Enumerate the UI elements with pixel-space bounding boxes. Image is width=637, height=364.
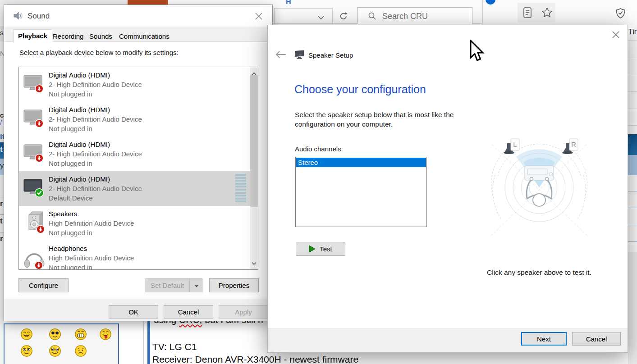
scrollbar-thumb[interactable]: [250, 75, 258, 207]
popup-left-border: [274, 8, 275, 23]
configure-button[interactable]: Configure: [18, 278, 69, 292]
audio-channels-label: Audio channels:: [295, 145, 343, 153]
emoticon-panel: [4, 323, 119, 364]
tab-sounds[interactable]: Sounds: [85, 31, 116, 42]
apply-button[interactable]: Apply: [219, 305, 268, 318]
cancel-button[interactable]: Cancel: [572, 332, 621, 346]
device-list-scrollbar[interactable]: [250, 67, 258, 269]
tv-icon: [23, 142, 46, 167]
scroll-down-icon[interactable]: [252, 259, 257, 267]
quote-bar: [147, 315, 150, 364]
cancel-button[interactable]: Cancel: [164, 305, 213, 318]
search-icon: [368, 12, 377, 23]
next-button[interactable]: Next: [521, 332, 567, 346]
search-box[interactable]: [357, 7, 472, 24]
speaker-setup-description: Select the speaker setup below that is m…: [295, 110, 461, 129]
tab-communications[interactable]: Communications: [115, 31, 174, 42]
emoticon-love[interactable]: [20, 345, 33, 357]
speaker-setup-title: Speaker Setup: [308, 51, 353, 59]
speaker-setup-dialog: Speaker Setup Choose your configuration …: [267, 25, 628, 353]
device-row-digital-audio-default[interactable]: Digital Audio (HDMI) 2- High Definition …: [19, 171, 251, 206]
emoticon-big-grin[interactable]: [74, 328, 87, 341]
emoticon-tongue-out[interactable]: [99, 328, 112, 341]
properties-button[interactable]: Properties: [209, 278, 259, 292]
close-icon[interactable]: [612, 31, 620, 41]
device-row-digital-audio-1[interactable]: Digital Audio (HDMI) 2- High Definition …: [19, 67, 251, 102]
headphones-icon: [23, 245, 46, 270]
post-box-border: [143, 321, 144, 364]
search-input[interactable]: [381, 9, 469, 23]
signature-receiver-line: Receiver: Denon AVR-X3400H - newest firm…: [152, 354, 358, 364]
refresh-icon[interactable]: [339, 12, 348, 23]
tv-dark-icon: [23, 177, 46, 202]
screen: H s N c / it t y r t: [0, 0, 637, 364]
level-meter: [235, 174, 246, 203]
chevron-down-icon[interactable]: [318, 14, 324, 22]
playback-device-list: Digital Audio (HDMI) 2- High Definition …: [18, 67, 258, 270]
emoticon-cool[interactable]: [49, 328, 61, 341]
partial-heading-letter: H: [286, 0, 291, 6]
popup-right-border: [482, 0, 483, 23]
tv-icon: [23, 73, 46, 98]
ok-button[interactable]: OK: [109, 305, 158, 318]
set-default-dropdown-button[interactable]: [189, 278, 203, 292]
combo-top-border: [274, 8, 332, 9]
device-row-digital-audio-3[interactable]: Digital Audio (HDMI) 2- High Definition …: [19, 136, 251, 171]
signature-tv-line: TV: LG C1: [152, 341, 197, 352]
star-icon[interactable]: [541, 7, 553, 20]
right-table-selected-row: [628, 134, 637, 155]
device-row-headphones[interactable]: Headphones High Definition Audio Device …: [19, 241, 251, 270]
left-speaker-label: L: [513, 141, 517, 148]
mouse-cursor: [470, 40, 488, 65]
sound-dialog-title: Sound: [27, 12, 50, 21]
tab-playback[interactable]: Playback: [13, 29, 52, 43]
test-button[interactable]: Test: [296, 242, 345, 256]
shield-check-icon[interactable]: [615, 8, 626, 21]
reader-mode-icon[interactable]: [523, 7, 532, 20]
speaker-box-icon: [23, 210, 47, 237]
speaker-setup-heading: Choose your configuration: [294, 83, 426, 96]
dropdown-arrow-icon: [194, 282, 199, 289]
right-speaker-label: R: [571, 141, 576, 148]
sound-dialog: Sound Playback Recording Sounds Communic…: [4, 5, 273, 321]
back-arrow-icon[interactable]: [275, 50, 287, 60]
emoticon-sad[interactable]: [74, 345, 87, 357]
device-row-digital-audio-2[interactable]: Digital Audio (HDMI) 2- High Definition …: [19, 102, 251, 136]
orange-fragment: [128, 0, 168, 5]
speaker-test-hint: Click any speaker above to test it.: [484, 268, 594, 277]
right-table-header: Tir: [628, 28, 637, 36]
monitor-icon: [294, 50, 305, 61]
speaker-diagram[interactable]: L R: [487, 115, 591, 255]
play-icon: [309, 245, 316, 253]
playback-instruction: Select a playback device below to modify…: [19, 49, 179, 56]
set-default-button[interactable]: Set Default: [145, 278, 190, 292]
right-table-highlight-row: [628, 155, 637, 175]
emoticon-laugh[interactable]: [20, 328, 33, 341]
emoticon-wide-grin[interactable]: [49, 345, 61, 357]
tab-recording[interactable]: Recording: [49, 31, 87, 42]
left-sliver: [0, 5, 4, 364]
combo-right-border: [332, 8, 333, 23]
sound-dialog-icon: [13, 11, 23, 23]
audio-channels-listbox[interactable]: Stereo: [295, 157, 427, 227]
device-row-speakers[interactable]: Speakers High Definition Audio Device No…: [19, 206, 251, 241]
channel-option-stereo[interactable]: Stereo: [296, 158, 426, 167]
tv-icon: [23, 107, 46, 132]
close-icon[interactable]: [255, 12, 263, 22]
